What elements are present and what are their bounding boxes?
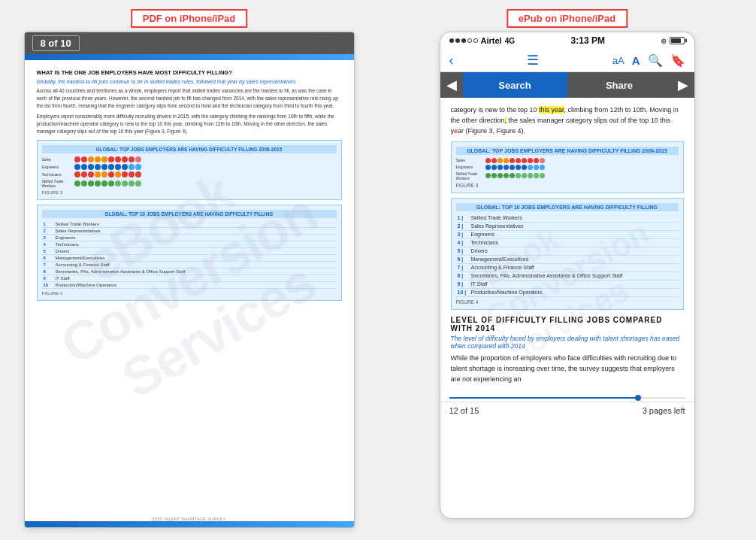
epub-panel: ePub on iPhone/iPad eBookConversionServi… — [378, 0, 756, 540]
signal-dot-3 — [461, 38, 466, 43]
next-arrow-icon[interactable]: ▶ — [672, 77, 694, 93]
epub-figure3-box: GLOBAL: TOP JOBS EMPLOYERS ARE HAVING DI… — [451, 141, 684, 193]
pdf-figure3-box: GLOBAL: TOP JOBS EMPLOYERS ARE HAVING DI… — [37, 140, 342, 200]
epub-icon-row: Engineers — [456, 165, 679, 170]
location-icon: ⊕ — [661, 37, 667, 45]
pdf-italic-summary: Globally, the hardest-to-fill jobs conti… — [37, 79, 342, 84]
list-item: 10 | Production/Machine Operators — [456, 289, 679, 297]
epub-pages-left: 3 pages left — [643, 406, 685, 415]
ios-search-share-bar: ◀ Search Share ▶ — [440, 72, 694, 98]
list-item: 1 | Skilled Trade Workers — [456, 214, 679, 223]
pdf-para2: Employers report considerably more diffi… — [37, 113, 342, 135]
icon-row-engineers: Engineers — [42, 164, 337, 170]
signal-dot-1 — [449, 38, 454, 43]
epub-figure3-grid: Sales Engi — [456, 158, 679, 181]
icon-row-skilled: Skilled Trade Workers — [42, 179, 337, 188]
list-item: 5 | Drivers — [456, 247, 679, 256]
pdf-para1: Across all 40 countries and territories … — [37, 87, 342, 109]
pdf-figure4-title: GLOBAL: TOP 10 JOBS EMPLOYERS ARE HAVING… — [42, 210, 337, 218]
list-item: 7 | Accounting & Finance Staff — [456, 264, 679, 272]
list-item: 3 | Engineers — [456, 231, 679, 239]
list-item: 8 | Secretaries, PAs, Administrative Ass… — [456, 272, 679, 281]
pdf-figure3-grid: Sales Engi — [42, 156, 337, 188]
ios-status-left: Airtel 4G — [449, 36, 515, 45]
epub-section-title: LEVEL OF DIFFICULTY FILLING JOBS COMPARE… — [451, 316, 684, 332]
epub-progress-bar — [449, 397, 685, 399]
epub-icon-row: Sales — [456, 158, 679, 163]
list-item: 10 Production/Machine Operators — [42, 282, 337, 289]
pdf-bottom-bar — [25, 521, 354, 527]
list-item: 7 Accounting & Finance Staff — [42, 262, 337, 268]
pdf-figure3-title: GLOBAL: TOP JOBS EMPLOYERS ARE HAVING DI… — [42, 145, 337, 153]
epub-progress-fill — [449, 397, 638, 399]
list-item: 3 Engineers — [42, 235, 337, 241]
prev-arrow-icon[interactable]: ◀ — [440, 77, 463, 93]
svg-point-1 — [335, 43, 338, 46]
epub-device: eBookConversionServices Airtel 4G 3:13 P… — [440, 32, 695, 519]
carrier-label: Airtel — [481, 36, 502, 45]
epub-progress-dot — [635, 395, 641, 401]
epub-list: 1 | Skilled Trade Workers 2 | Sales Repr… — [456, 214, 679, 297]
ios-status-bar: Airtel 4G 3:13 PM ⊕ — [440, 32, 694, 49]
pdf-device: eBookConversionServices 8 of 10 WHAT IS … — [24, 32, 355, 528]
signal-dots — [449, 38, 478, 43]
back-icon[interactable]: ‹ — [449, 53, 454, 68]
pdf-heading: WHAT IS THE ONE JOB EMPLOYERS HAVE MOST … — [37, 69, 342, 76]
pdf-figure4-box: GLOBAL: TOP 10 JOBS EMPLOYERS ARE HAVING… — [37, 205, 342, 301]
epub-para1: category is new to the top 10 this year,… — [451, 105, 684, 137]
pdf-figure3-label: FIGURE 3 — [42, 190, 337, 195]
list-item: 6 Management/Executives — [42, 255, 337, 262]
epub-label: ePub on iPhone/iPad — [507, 9, 627, 28]
signal-dot-4 — [467, 38, 472, 43]
network-label: 4G — [505, 37, 515, 45]
share-button[interactable]: Share — [567, 72, 672, 98]
pdf-panel: PDF on iPhone/iPad eBookConversionServic… — [0, 0, 378, 540]
font-large-icon[interactable]: A — [632, 54, 640, 67]
ios-status-right: ⊕ — [661, 37, 685, 45]
pdf-label: PDF on iPhone/iPad — [131, 9, 248, 28]
ios-time: 3:13 PM — [571, 35, 605, 46]
epub-figure4-box: GLOBAL: TOP 10 JOBS EMPLOYERS ARE HAVING… — [451, 198, 684, 310]
epub-figure3-title: GLOBAL: TOP JOBS EMPLOYERS ARE HAVING DI… — [456, 147, 679, 155]
font-small-icon[interactable]: aA — [612, 55, 624, 66]
list-item: 4 | Technicians — [456, 239, 679, 247]
list-item: 6 | Management/Executives — [456, 256, 679, 264]
epub-icon-row: Skilled Trade Workers — [456, 171, 679, 181]
pdf-figure4-label: FIGURE 4 — [42, 291, 337, 296]
pdf-page-badge: 8 of 10 — [32, 35, 80, 51]
signal-dot-2 — [455, 38, 460, 43]
search-icon[interactable]: 🔍 — [648, 53, 663, 68]
pdf-list: 1 Skilled Trade Workers 2 Sales Represen… — [42, 221, 337, 289]
list-item: 4 Technicians — [42, 241, 337, 248]
epub-page-info: 12 of 15 — [449, 406, 479, 415]
menu-icon[interactable]: ☰ — [527, 52, 539, 68]
epub-figure4-title: GLOBAL: TOP 10 JOBS EMPLOYERS ARE HAVING… — [456, 203, 679, 211]
icon-row-sales: Sales — [42, 156, 337, 162]
bookmark-icon[interactable]: 🔖 — [670, 53, 685, 68]
list-item: 9 | IT Staff — [456, 281, 679, 289]
pdf-content: WHAT IS THE ONE JOB EMPLOYERS HAVE MOST … — [25, 60, 354, 314]
ios-nav-right: aA A 🔍 🔖 — [612, 53, 685, 68]
search-button[interactable]: Search — [463, 72, 567, 98]
epub-bottom-nav: 12 of 15 3 pages left — [440, 402, 694, 419]
list-item: 5 Drivers — [42, 248, 337, 255]
list-item: 1 Skilled Trade Workers — [42, 221, 337, 228]
epub-para-bottom: While the proportion of employers who fa… — [451, 353, 684, 385]
list-item: 2 | Sales Representatives — [456, 223, 679, 231]
battery-icon — [670, 37, 685, 44]
epub-content-area: category is new to the top 10 this year,… — [440, 98, 694, 397]
main-container: PDF on iPhone/iPad eBookConversionServic… — [0, 0, 756, 540]
list-item: 9 IT Staff — [42, 275, 337, 282]
ios-nav-bar: ‹ ☰ aA A 🔍 🔖 — [440, 49, 694, 72]
epub-italic-summary: The level of difficulty faced by employe… — [451, 335, 684, 350]
icon-row-technicians: Technicians — [42, 171, 337, 177]
list-item: 8 Secretaries, PAs, Administrative Assis… — [42, 268, 337, 275]
epub-figure4-label: FIGURE 4 — [456, 299, 679, 305]
signal-dot-5 — [473, 38, 478, 43]
list-item: 2 Sales Representatives — [42, 228, 337, 235]
epub-figure3-label: FIGURE 3 — [456, 183, 679, 188]
